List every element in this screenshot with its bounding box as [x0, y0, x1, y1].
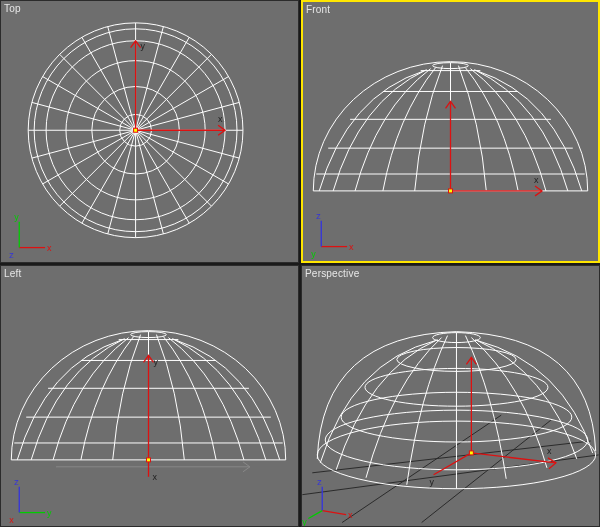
axis-tripod-icon: x y z [9, 212, 52, 260]
viewport-perspective[interactable]: Perspective [301, 265, 600, 528]
viewport-front[interactable]: Front [301, 0, 600, 263]
axis-label-x: x [218, 114, 223, 124]
canvas-front: x x z y [303, 2, 598, 261]
canvas-left: y x y z x [1, 266, 298, 527]
viewport-label-front: Front [306, 4, 330, 15]
canvas-perspective: x y x z y [302, 266, 599, 527]
viewport-left[interactable]: Left [0, 265, 299, 528]
axis-label-x: x [152, 471, 157, 481]
viewport-label-perspective: Perspective [305, 268, 359, 279]
svg-text:x: x [47, 243, 52, 253]
svg-text:y: y [302, 516, 307, 526]
axis-tripod-icon: x z y [302, 476, 353, 526]
axis-label-x: x [534, 175, 539, 185]
svg-line-60 [422, 420, 551, 522]
axis-label-y: y [141, 41, 146, 51]
viewport-top[interactable]: Top x y [0, 0, 299, 263]
svg-text:y: y [47, 507, 52, 517]
svg-text:x: x [9, 514, 14, 524]
axis-tripod-icon: x z y [311, 211, 354, 259]
axis-label-x: x [547, 445, 552, 455]
svg-rect-35 [449, 189, 453, 193]
viewport-label-left: Left [4, 268, 21, 279]
svg-line-73 [308, 510, 322, 518]
transform-gizmo[interactable]: y x [144, 355, 159, 481]
viewport-quad: Top x y [0, 0, 600, 527]
svg-line-69 [434, 452, 472, 474]
svg-line-71 [322, 510, 346, 514]
svg-rect-20 [134, 128, 138, 132]
svg-text:z: z [317, 476, 322, 486]
svg-text:y: y [311, 249, 316, 259]
transform-gizmo[interactable]: x [446, 101, 542, 195]
svg-rect-70 [469, 450, 473, 454]
svg-text:y: y [14, 212, 19, 222]
canvas-top: x y x y z [1, 1, 298, 262]
axis-label-y: y [153, 357, 158, 367]
svg-text:z: z [14, 476, 19, 486]
svg-text:x: x [349, 242, 354, 252]
svg-text:z: z [9, 250, 14, 260]
svg-text:x: x [348, 509, 353, 519]
svg-text:z: z [316, 211, 321, 221]
axis-label-y: y [430, 476, 435, 486]
viewport-label-top: Top [4, 3, 21, 14]
axis-tripod-icon: y z x [9, 476, 52, 524]
svg-rect-51 [147, 457, 151, 461]
